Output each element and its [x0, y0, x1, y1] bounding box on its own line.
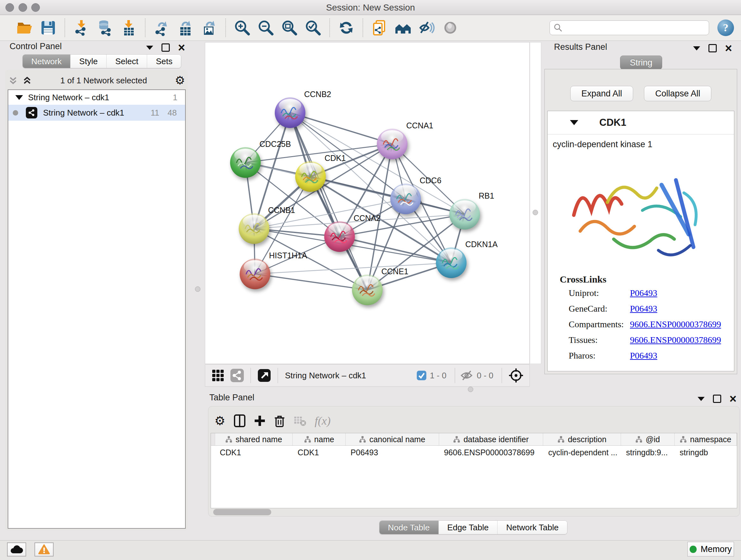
table-column-header[interactable]: canonical name [346, 433, 439, 445]
table-cell[interactable]: stringdb [675, 446, 737, 459]
network-node-ccnb1[interactable] [239, 213, 269, 244]
entry-expander-icon[interactable] [570, 120, 578, 125]
table-cell[interactable]: stringdb:9... [621, 446, 675, 459]
control-panel-close-icon[interactable]: × [178, 44, 185, 51]
crosslink-value-link[interactable]: 9606.ENSP00000378699 [630, 335, 721, 345]
network-node-cdk1[interactable] [295, 161, 326, 192]
network-node-ccna1[interactable] [377, 129, 408, 159]
new-network-from-selection-button[interactable] [369, 18, 389, 38]
zoom-in-button[interactable] [232, 18, 252, 38]
delete-column-icon[interactable] [274, 414, 285, 428]
control-panel-menu-icon[interactable] [146, 46, 153, 50]
crosslink-value-link[interactable]: P06493 [630, 304, 657, 314]
network-node-ccnb2[interactable] [275, 98, 306, 128]
network-node-cdkn1a[interactable] [436, 247, 467, 278]
open-in-browser-button[interactable] [256, 367, 273, 384]
zoom-out-button[interactable] [256, 18, 276, 38]
network-node-ccne1[interactable] [352, 274, 383, 305]
tab-select[interactable]: Select [106, 55, 147, 68]
crosslink-value-link[interactable]: P06493 [630, 288, 657, 298]
network-canvas[interactable]: CCNB2CCNA1CDC25BCDK1CDC6RB1CCNB1CCNA2CDK… [205, 42, 530, 364]
table-column-header[interactable]: namespace [675, 433, 737, 445]
apply-layout-button[interactable] [336, 18, 356, 38]
warnings-button[interactable] [35, 543, 54, 557]
zoom-selected-button[interactable] [303, 18, 323, 38]
open-session-button[interactable] [15, 18, 35, 38]
table-cell[interactable]: CDK1 [293, 446, 346, 459]
collapse-all-networks-icon[interactable] [8, 75, 18, 86]
splitter-handle[interactable] [533, 210, 538, 215]
tab-network-table[interactable]: Network Table [497, 521, 567, 534]
control-panel-float-icon[interactable] [161, 44, 170, 52]
table-horizontal-scrollbar[interactable] [213, 509, 271, 515]
table-cell[interactable]: 9606.ENSP00000378699 [439, 446, 543, 459]
crosslink-value-link[interactable]: 9606.ENSP00000378699 [630, 319, 721, 329]
table-column-header[interactable]: description [543, 433, 621, 445]
network-tree: String Network – cdk1 1 String Network –… [8, 89, 186, 529]
table-panel-float-icon[interactable] [713, 395, 721, 403]
splitter-handle[interactable] [195, 287, 200, 292]
results-panel-menu-icon[interactable] [693, 46, 700, 51]
network-collection-row[interactable]: String Network – cdk1 1 [8, 90, 185, 105]
table-column-header[interactable]: @id [621, 433, 675, 445]
table-row[interactable]: CDK1CDK1P064939606.ENSP00000378699cyclin… [211, 446, 737, 459]
table-column-header[interactable]: shared name [215, 433, 293, 445]
canvas-results-splitter[interactable] [530, 42, 541, 364]
network-node-hist1h1a[interactable] [240, 259, 270, 289]
network-node-rb1[interactable] [449, 199, 480, 230]
help-button[interactable]: ? [718, 19, 734, 36]
table-cell[interactable]: CDK1 [215, 446, 293, 459]
table-panel-menu-icon[interactable] [697, 397, 704, 401]
expand-all-button[interactable]: Expand All [570, 86, 633, 101]
birds-eye-view-button[interactable] [210, 367, 226, 384]
export-image-button[interactable] [199, 18, 219, 38]
hide-selected-button[interactable] [417, 18, 436, 38]
tab-string[interactable]: String [620, 56, 663, 70]
fit-content-button[interactable] [507, 367, 525, 384]
node-entry-header[interactable]: CDK1 [548, 111, 734, 134]
selected-checkbox-icon[interactable] [416, 370, 427, 381]
table-cell[interactable]: cyclin-dependent ... [543, 446, 621, 459]
crosslink-value-link[interactable]: P06493 [630, 351, 657, 361]
collapse-all-button[interactable]: Collapse All [644, 86, 711, 101]
table-column-header[interactable]: name [293, 433, 346, 445]
network-edge[interactable] [290, 113, 367, 290]
tab-sets[interactable]: Sets [147, 55, 181, 68]
hidden-eye-icon[interactable] [460, 370, 474, 381]
tab-node-table[interactable]: Node Table [380, 521, 439, 534]
network-edge[interactable] [255, 274, 367, 290]
search-input[interactable] [566, 23, 705, 33]
show-columns-icon[interactable] [233, 414, 246, 428]
network-edge[interactable] [340, 237, 451, 263]
string-view-button[interactable] [229, 367, 246, 384]
show-all-button[interactable] [441, 18, 460, 38]
results-panel-float-icon[interactable] [709, 44, 717, 52]
add-column-icon[interactable] [254, 415, 266, 427]
cloud-status-button[interactable] [7, 543, 26, 557]
results-panel-close-icon[interactable]: × [725, 45, 732, 52]
network-options-gear-icon[interactable]: ⚙ [175, 75, 185, 86]
save-session-button[interactable] [38, 18, 58, 38]
collection-expander-icon[interactable] [15, 95, 23, 100]
tab-style[interactable]: Style [70, 55, 106, 68]
expand-all-networks-icon[interactable] [22, 75, 32, 86]
import-network-database-button[interactable] [95, 18, 115, 38]
network-edge[interactable] [290, 113, 392, 144]
export-table-button[interactable] [176, 18, 195, 38]
network-node-cdc6[interactable] [390, 184, 421, 214]
table-panel-close-icon[interactable]: × [730, 395, 737, 402]
tab-network[interactable]: Network [23, 55, 70, 68]
table-cell[interactable]: P06493 [346, 446, 439, 459]
tab-edge-table[interactable]: Edge Table [439, 521, 497, 534]
zoom-fit-button[interactable] [280, 18, 299, 38]
memory-button[interactable]: Memory [687, 542, 734, 557]
network-node-ccna2[interactable] [324, 221, 355, 252]
network-node-cdc25b[interactable] [230, 147, 261, 178]
export-network-button[interactable] [152, 18, 172, 38]
import-table-button[interactable] [119, 18, 138, 38]
network-row[interactable]: String Network – cdk1 11 48 [8, 105, 185, 121]
import-network-file-button[interactable] [71, 18, 91, 38]
table-column-header[interactable]: database identifier [439, 433, 543, 445]
first-neighbors-button[interactable] [393, 18, 413, 38]
table-settings-gear-icon[interactable]: ⚙ [214, 415, 225, 427]
